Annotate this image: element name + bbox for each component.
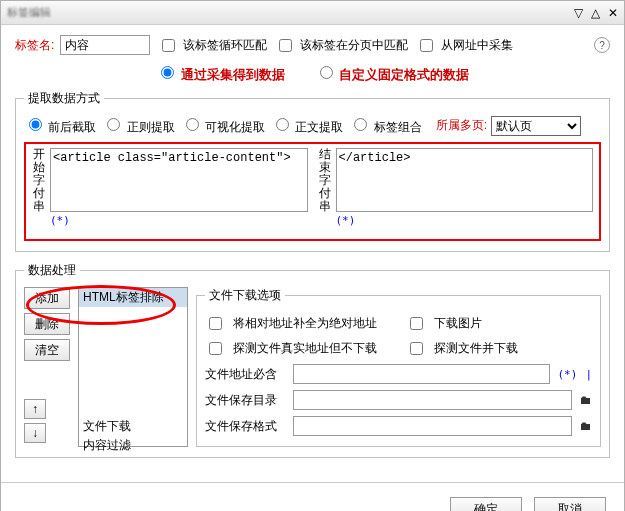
extract-r4-radio[interactable] bbox=[276, 118, 289, 131]
extract-r2-radio[interactable] bbox=[107, 118, 120, 131]
data-process-legend: 数据处理 bbox=[24, 262, 80, 279]
must-contain-input[interactable] bbox=[293, 364, 550, 384]
download-img-label: 下载图片 bbox=[434, 315, 482, 332]
must-contain-label: 文件地址必含 bbox=[205, 366, 285, 383]
extract-r3-radio[interactable] bbox=[186, 118, 199, 131]
dialog-footer: 确定 取消 bbox=[1, 482, 624, 511]
extract-r5-label: 标签组合 bbox=[374, 120, 422, 134]
mode-fixed-label: 自定义固定格式的数据 bbox=[339, 67, 469, 82]
window-title: 标签编辑 bbox=[7, 5, 51, 20]
save-dir-input[interactable] bbox=[293, 390, 572, 410]
page-match-label: 该标签在分页中匹配 bbox=[300, 37, 408, 54]
end-string-input[interactable] bbox=[336, 148, 594, 212]
extract-r1-label: 前后截取 bbox=[48, 120, 96, 134]
abs-url-label: 将相对地址补全为绝对地址 bbox=[233, 315, 398, 332]
must-star-link[interactable]: (*) bbox=[558, 368, 578, 381]
cancel-button[interactable]: 取消 bbox=[534, 497, 606, 511]
abs-url-checkbox[interactable] bbox=[209, 317, 222, 330]
end-star-link[interactable]: (*) bbox=[336, 214, 356, 227]
list-item[interactable]: 内容过滤 bbox=[79, 436, 187, 455]
titlebar: 标签编辑 ▽ △ ✕ bbox=[1, 1, 624, 25]
list-item[interactable]: 文件下载 bbox=[79, 417, 187, 436]
save-dir-label: 文件保存目录 bbox=[205, 392, 285, 409]
add-button[interactable]: 添加 bbox=[24, 287, 70, 309]
from-url-label: 从网址中采集 bbox=[441, 37, 513, 54]
extract-r3-label: 可视化提取 bbox=[205, 120, 265, 134]
save-format-browse-icon[interactable]: 🖿 bbox=[580, 419, 592, 433]
save-dir-browse-icon[interactable]: 🖿 bbox=[580, 393, 592, 407]
loop-match-label: 该标签循环匹配 bbox=[183, 37, 267, 54]
window-close-icon[interactable]: ✕ bbox=[608, 6, 618, 20]
loop-match-checkbox[interactable] bbox=[162, 39, 175, 52]
must-bar-link[interactable]: | bbox=[585, 368, 592, 381]
download-img-checkbox[interactable] bbox=[410, 317, 423, 330]
page-match-checkbox[interactable] bbox=[279, 39, 292, 52]
detect-dl-label: 探测文件并下载 bbox=[434, 340, 518, 357]
ok-button[interactable]: 确定 bbox=[450, 497, 522, 511]
delete-button[interactable]: 删除 bbox=[24, 313, 70, 335]
data-process-fieldset: 数据处理 添加 删除 清空 ↑ ↓ HTML标签排除 文件下载 内容过滤 bbox=[15, 262, 610, 458]
start-string-input[interactable] bbox=[50, 148, 308, 212]
end-string-label: 结束字付串 bbox=[318, 148, 332, 213]
data-mode-row: 通过采集得到数据 自定义固定格式的数据 bbox=[15, 63, 610, 84]
window-maximize-icon[interactable]: △ bbox=[591, 6, 600, 20]
extract-method-fieldset: 提取数据方式 前后截取 正则提取 可视化提取 正文提取 标签组合 所属多页: 默… bbox=[15, 90, 610, 252]
extract-method-legend: 提取数据方式 bbox=[24, 90, 104, 107]
help-icon[interactable]: ? bbox=[594, 37, 610, 53]
window-minimize-icon[interactable]: ▽ bbox=[574, 6, 583, 20]
file-download-fieldset: 文件下载选项 将相对地址补全为绝对地址 下载图片 探测文件真实地址但不下载 bbox=[196, 287, 601, 447]
detect-dl-checkbox[interactable] bbox=[410, 342, 423, 355]
belong-page-select[interactable]: 默认页 bbox=[491, 116, 581, 136]
save-format-input[interactable] bbox=[293, 416, 572, 436]
extract-r1-radio[interactable] bbox=[29, 118, 42, 131]
extract-r5-radio[interactable] bbox=[354, 118, 367, 131]
tag-name-label: 标签名: bbox=[15, 37, 54, 54]
tag-name-row: 标签名: 该标签循环匹配 该标签在分页中匹配 从网址中采集 ? bbox=[15, 35, 610, 55]
start-string-label: 开始字付串 bbox=[32, 148, 46, 213]
move-down-button[interactable]: ↓ bbox=[24, 423, 46, 443]
dialog-window: 标签编辑 ▽ △ ✕ 标签名: 该标签循环匹配 该标签在分页中匹配 从网址中采集… bbox=[0, 0, 625, 511]
detect-nodl-label: 探测文件真实地址但不下载 bbox=[233, 340, 398, 357]
tag-name-input[interactable] bbox=[60, 35, 150, 55]
extract-method-radios: 前后截取 正则提取 可视化提取 正文提取 标签组合 所属多页: 默认页 bbox=[24, 115, 601, 136]
mode-collect-radio[interactable] bbox=[161, 66, 174, 79]
process-listbox[interactable]: HTML标签排除 文件下载 内容过滤 bbox=[78, 287, 188, 447]
detect-nodl-checkbox[interactable] bbox=[209, 342, 222, 355]
extract-r4-label: 正文提取 bbox=[295, 120, 343, 134]
belong-page-label: 所属多页: bbox=[436, 117, 487, 134]
file-download-legend: 文件下载选项 bbox=[205, 287, 285, 304]
mode-fixed-radio[interactable] bbox=[320, 66, 333, 79]
mode-collect-label: 通过采集得到数据 bbox=[181, 67, 285, 82]
list-item[interactable]: HTML标签排除 bbox=[79, 288, 187, 307]
save-format-label: 文件保存格式 bbox=[205, 418, 285, 435]
move-up-button[interactable]: ↑ bbox=[24, 399, 46, 419]
extract-r2-label: 正则提取 bbox=[127, 120, 175, 134]
start-star-link[interactable]: (*) bbox=[50, 214, 70, 227]
from-url-checkbox[interactable] bbox=[420, 39, 433, 52]
start-end-container: 开始字付串 (*) 结束字付串 (*) bbox=[24, 142, 601, 241]
clear-button[interactable]: 清空 bbox=[24, 339, 70, 361]
